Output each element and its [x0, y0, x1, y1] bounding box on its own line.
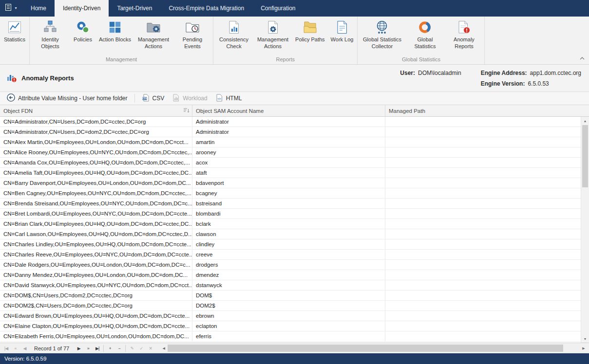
ribbon-item-action-blocks[interactable]: Action Blocks: [96, 18, 134, 55]
cell-managed-path: [385, 219, 581, 229]
table-row[interactable]: CN=Alice Rooney,OU=Employees,OU=NYC,OU=d…: [0, 147, 581, 158]
column-header-sam-account-name[interactable]: Object SAM Account Name: [192, 105, 385, 116]
table-row[interactable]: CN=David Stanwyck,OU=Employees,OU=NYC,OU…: [0, 280, 581, 291]
cell-sam-account-name: creeve: [192, 250, 385, 259]
cell-managed-path: [385, 311, 581, 321]
previous-record-button[interactable]: ◀: [20, 344, 29, 353]
scroll-right-button[interactable]: ▶: [580, 343, 588, 353]
csv-button[interactable]: CSV CSV: [138, 92, 169, 105]
vertical-scrollbar[interactable]: ▲ ▼: [581, 117, 589, 343]
vertical-scrollbar-thumb[interactable]: [582, 125, 588, 187]
identity-objects-icon: [43, 19, 57, 35]
ribbon-group-statistics: Statistics: [0, 17, 30, 64]
ribbon-item-pending-events[interactable]: Pending Events: [173, 18, 212, 55]
table-row[interactable]: CN=Elaine Clapton,OU=Employees,OU=HQ,OU=…: [0, 321, 581, 331]
ribbon-item-global-statistics[interactable]: Global Statistics: [405, 18, 444, 55]
back-button[interactable]: Attribute Value Missing - User home fold…: [3, 92, 132, 105]
page-header: Anomaly Reports User:DOM\localadmin Engi…: [0, 65, 589, 91]
table-row[interactable]: CN=Charles Reeve,OU=Employees,OU=NYC,OU=…: [0, 250, 581, 260]
cell-managed-path: [385, 239, 581, 249]
scroll-up-button[interactable]: ▲: [581, 117, 589, 125]
table-row[interactable]: CN=Carl Lawson,OU=Employees,OU=HQ,OU=dom…: [0, 229, 581, 239]
html-file-icon: </>: [215, 94, 223, 103]
table-row[interactable]: CN=DOM$,CN=Users,DC=dom2,DC=cctec,DC=org…: [0, 291, 581, 301]
ribbon-group-global-statistics: Global Statistics Collector Global Stati…: [358, 17, 485, 64]
scroll-up-icon: ▲: [584, 119, 587, 123]
table-row[interactable]: CN=Edward Brown,OU=Employees,OU=HQ,OU=do…: [0, 311, 581, 321]
column-header-object-fdn[interactable]: Object FDN: [0, 105, 192, 116]
tab-configuration[interactable]: Configuration: [252, 0, 304, 17]
cell-object-fdn: CN=Brian Clark,OU=Employees,OU=HQ,OU=dom…: [0, 219, 192, 229]
cell-sam-account-name: Administrator: [192, 117, 385, 127]
table-row[interactable]: CN=Amelia Taft,OU=Employees,OU=HQ,OU=dom…: [0, 168, 581, 178]
table-row[interactable]: CN=Brian Clark,OU=Employees,OU=HQ,OU=dom…: [0, 219, 581, 229]
append-record-button[interactable]: +: [105, 344, 114, 353]
navigator-separator: [103, 345, 104, 352]
table-row[interactable]: CN=Bret Lombardi,OU=Employees,OU=NYC,OU=…: [0, 209, 581, 219]
horizontal-scrollbar-thumb[interactable]: [168, 345, 563, 352]
cell-sam-account-name: ataft: [192, 168, 385, 178]
management-actions-report-icon: [266, 19, 280, 35]
ribbon-item-anomaly-reports[interactable]: Anomaly Reports: [444, 18, 483, 55]
horizontal-scrollbar-track[interactable]: [168, 343, 580, 353]
tab-identity-driven[interactable]: Identity-Driven: [55, 0, 109, 17]
caret-down-icon: ▾: [15, 6, 17, 10]
last-record-button[interactable]: ▶|: [93, 344, 102, 353]
scroll-left-icon: ◀: [162, 346, 165, 350]
ribbon-item-policies[interactable]: Policies: [70, 18, 96, 55]
tab-target-driven[interactable]: Target-Driven: [109, 0, 160, 17]
post-edit-button[interactable]: ✓: [136, 344, 146, 353]
ribbon-group-label: Reports: [214, 55, 356, 64]
next-record-button[interactable]: ▶: [74, 344, 83, 353]
next-page-button[interactable]: »: [83, 344, 93, 353]
ribbon-item-policy-paths[interactable]: Policy Paths: [292, 18, 328, 55]
ribbon-item-identity-objects[interactable]: Identity Objects: [31, 18, 70, 55]
cell-sam-account-name: bstreisand: [192, 199, 385, 208]
table-row[interactable]: CN=Elizabeth Ferris,OU=Employees,OU=Lond…: [0, 331, 581, 342]
ribbon-collapse-button[interactable]: [580, 53, 585, 62]
previous-page-button[interactable]: «: [11, 344, 20, 353]
horizontal-scrollbar[interactable]: ◀ ▶: [160, 343, 588, 353]
ribbon-item-statistics[interactable]: Statistics: [1, 18, 28, 61]
table-row[interactable]: CN=Ben Cagney,OU=Employees,OU=NYC,OU=dom…: [0, 188, 581, 199]
anomaly-reports-page-icon: [6, 72, 17, 85]
tab-home[interactable]: Home: [22, 0, 55, 17]
table-row[interactable]: CN=Alex Martin,OU=Employees,OU=London,OU…: [0, 137, 581, 147]
cell-sam-account-name: drodgers: [192, 260, 385, 270]
table-row[interactable]: CN=Brenda Streisand,OU=Employees,OU=NYC,…: [0, 199, 581, 209]
page-title: Anomaly Reports: [21, 74, 74, 82]
app-menu-button[interactable]: ▾: [0, 0, 22, 17]
table-row[interactable]: CN=Administrator,CN=Users,DC=dom2,DC=cct…: [0, 127, 581, 137]
table-row[interactable]: CN=Charles Lindley,OU=Employees,OU=HQ,OU…: [0, 239, 581, 250]
workload-button[interactable]: Workload: [168, 92, 211, 105]
ribbon-item-management-actions-report[interactable]: Management Actions: [253, 18, 292, 55]
table-row[interactable]: CN=Amanda Cox,OU=Employees,OU=HQ,OU=dom,…: [0, 158, 581, 168]
back-button-label: Attribute Value Missing - User home fold…: [18, 95, 128, 102]
edit-record-button[interactable]: ✎: [127, 344, 136, 353]
first-record-button[interactable]: |◀: [1, 344, 11, 353]
cancel-edit-button[interactable]: ✕: [146, 344, 155, 353]
table-row[interactable]: CN=DOM2$,CN=Users,DC=dom,DC=cctec,DC=org…: [0, 301, 581, 311]
column-header-label: Object SAM Account Name: [196, 108, 264, 114]
cell-managed-path: [385, 280, 581, 290]
vertical-scrollbar-track[interactable]: [581, 125, 589, 335]
cell-object-fdn: CN=Barry Davenport,OU=Employees,OU=Londo…: [0, 178, 192, 188]
column-header-managed-path[interactable]: Managed Path: [385, 105, 589, 116]
tab-cross-empire-data-migration[interactable]: Cross-Empire Data Migration: [160, 0, 252, 17]
table-row[interactable]: CN=Barry Davenport,OU=Employees,OU=Londo…: [0, 178, 581, 188]
table-row[interactable]: CN=Danny Mendez,OU=Employees,OU=London,O…: [0, 270, 581, 280]
scroll-left-button[interactable]: ◀: [160, 343, 168, 353]
ribbon-item-consistency-check[interactable]: Consistency Check: [214, 18, 253, 55]
cell-sam-account-name: arooney: [192, 147, 385, 157]
delete-record-button[interactable]: −: [114, 344, 124, 353]
table-row[interactable]: CN=Dale Rodgers,OU=Employees,OU=London,O…: [0, 260, 581, 270]
cell-object-fdn: CN=DOM$,CN=Users,DC=dom2,DC=cctec,DC=org: [0, 291, 192, 300]
ribbon-item-work-log[interactable]: Work Log: [328, 18, 357, 55]
html-button[interactable]: </> HTML: [211, 92, 246, 105]
ribbon-item-management-actions[interactable]: Management Actions: [134, 18, 173, 55]
ribbon-item-global-statistics-collector[interactable]: Global Statistics Collector: [359, 18, 405, 55]
management-actions-icon: [146, 19, 161, 35]
table-row[interactable]: CN=Administrator,CN=Users,DC=dom,DC=ccte…: [0, 117, 581, 127]
scroll-down-button[interactable]: ▼: [581, 335, 589, 343]
cell-sam-account-name: amartin: [192, 137, 385, 147]
